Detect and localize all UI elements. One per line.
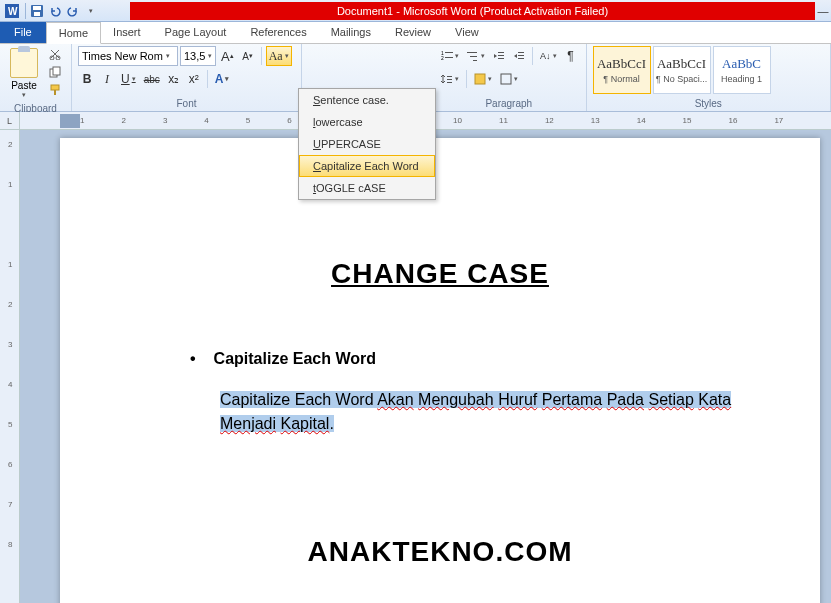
svg-rect-12 [445,52,453,53]
minimize-button[interactable]: — [815,0,831,22]
group-styles: AaBbCcI ¶ Normal AaBbCcI ¶ No Spaci... A… [587,44,831,111]
styles-group-label: Styles [593,96,824,111]
svg-rect-27 [475,74,485,84]
tab-view[interactable]: View [443,22,491,43]
font-group-label: Font [78,96,295,111]
style-normal[interactable]: AaBbCcI ¶ Normal [593,46,651,94]
font-name-value: Times New Rom [82,50,163,62]
svg-rect-25 [447,79,452,80]
paragraph-group-label: Paragraph [438,96,580,111]
svg-text:2: 2 [441,55,444,61]
svg-rect-22 [518,55,524,56]
doc-watermark: ANAKTEKNO.COM [140,536,740,568]
svg-rect-4 [34,12,40,16]
borders-button[interactable] [497,69,521,89]
undo-icon[interactable] [47,3,63,19]
tab-review[interactable]: Review [383,22,443,43]
menu-sentence-case[interactable]: Sentence case. [299,89,435,111]
doc-bullet: Capitalize Each Word [190,350,740,368]
font-name-combo[interactable]: Times New Rom▾ [78,46,178,66]
document-area: 2 1 1 2 3 4 5 6 7 8 CHANGE CASE Capitali… [0,130,831,603]
change-case-menu: Sentence case. lowercase UPPERCASE Capit… [298,88,436,200]
font-size-value: 13,5 [184,50,205,62]
svg-rect-14 [445,57,453,58]
show-marks-button[interactable]: ¶ [562,46,580,66]
svg-rect-9 [51,85,59,90]
superscript-button[interactable]: x² [185,69,203,89]
svg-rect-18 [498,52,504,53]
shading-button[interactable] [471,69,495,89]
document-page[interactable]: CHANGE CASE Capitalize Each Word Capital… [60,138,820,603]
style-heading1[interactable]: AaBbC Heading 1 [713,46,771,94]
window-title: Document1 - Microsoft Word (Product Acti… [130,2,815,20]
tab-references[interactable]: References [238,22,318,43]
svg-rect-17 [473,60,477,61]
doc-body: Capitalize Each Word Akan Mengubah Huruf… [220,388,740,436]
increase-indent-button[interactable] [510,46,528,66]
bold-button[interactable]: B [78,69,96,89]
line-spacing-button[interactable] [438,69,462,89]
group-clipboard: Paste ▾ Clipboard [0,44,72,111]
redo-icon[interactable] [65,3,81,19]
copy-icon[interactable] [45,64,65,80]
group-font: Times New Rom▾ 13,5▾ A▴ A▾ Aa B I U abc … [72,44,302,111]
tab-mailings[interactable]: Mailings [319,22,383,43]
style-nospacing[interactable]: AaBbCcI ¶ No Spaci... [653,46,711,94]
menu-lowercase[interactable]: lowercase [299,111,435,133]
svg-rect-21 [518,52,524,53]
svg-rect-3 [33,6,41,10]
numbering-button[interactable]: 12 [438,46,462,66]
save-icon[interactable] [29,3,45,19]
paste-button[interactable]: Paste ▾ [6,46,42,101]
svg-rect-16 [470,56,477,57]
text-effects-button[interactable]: A [212,69,233,89]
app-icon: W [4,3,20,19]
menu-capitalize-each-word[interactable]: Capitalize Each Word [299,155,435,177]
styles-gallery[interactable]: AaBbCcI ¶ Normal AaBbCcI ¶ No Spaci... A… [593,46,771,94]
change-case-button[interactable]: Aa [266,46,292,66]
selected-text: Capitalize Each Word Akan Mengubah Huruf… [220,391,731,432]
paste-label: Paste [11,80,37,91]
svg-rect-19 [498,55,504,56]
menu-uppercase[interactable]: UPPERCASE [299,133,435,155]
svg-rect-28 [501,74,511,84]
tab-insert[interactable]: Insert [101,22,153,43]
svg-rect-15 [467,52,477,53]
cut-icon[interactable] [45,46,65,62]
underline-button[interactable]: U [118,69,139,89]
sort-button[interactable]: A↓ [537,46,560,66]
italic-button[interactable]: I [98,69,116,89]
qat-dropdown-icon[interactable]: ▾ [83,3,99,19]
paste-icon [10,48,38,78]
svg-text:W: W [8,6,18,17]
svg-rect-24 [447,76,452,77]
grow-font-button[interactable]: A▴ [218,46,237,66]
tab-file[interactable]: File [0,22,46,43]
quick-access-toolbar: W ▾ Document1 - Microsoft Word (Product … [0,0,831,22]
svg-rect-26 [447,82,452,83]
strike-button[interactable]: abc [141,69,163,89]
svg-rect-8 [53,67,60,75]
svg-rect-20 [498,58,504,59]
menu-toggle-case[interactable]: tOGGLE cASE [299,177,435,199]
font-size-combo[interactable]: 13,5▾ [180,46,216,66]
separator [25,3,26,19]
svg-rect-10 [54,90,56,95]
svg-rect-23 [518,58,524,59]
multilevel-list-button[interactable] [464,46,488,66]
tab-pagelayout[interactable]: Page Layout [153,22,239,43]
decrease-indent-button[interactable] [490,46,508,66]
format-painter-icon[interactable] [45,82,65,98]
subscript-button[interactable]: x₂ [165,69,183,89]
doc-heading: CHANGE CASE [140,258,740,290]
tab-home[interactable]: Home [46,22,101,44]
vertical-ruler[interactable]: 2 1 1 2 3 4 5 6 7 8 [0,130,20,603]
ribbon-tabs: File Home Insert Page Layout References … [0,22,831,44]
shrink-font-button[interactable]: A▾ [239,46,257,66]
